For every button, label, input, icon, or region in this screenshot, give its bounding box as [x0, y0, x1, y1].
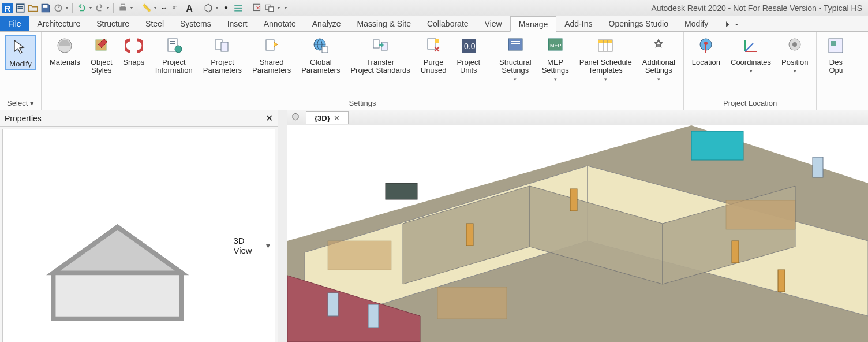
- location-button[interactable]: Location: [689, 34, 724, 68]
- tab-file[interactable]: File: [0, 16, 29, 31]
- svg-text:MEP: MEP: [550, 43, 562, 49]
- design-options-icon: [825, 35, 846, 56]
- svg-rect-42: [598, 40, 612, 43]
- 3d-canvas[interactable]: [287, 125, 868, 342]
- dimension-icon[interactable]: ⁰¹: [171, 3, 182, 13]
- svg-point-6: [55, 5, 61, 11]
- save-icon[interactable]: [40, 3, 51, 13]
- view-tab-3d[interactable]: {3D} ✕: [306, 111, 349, 124]
- tab-insert[interactable]: Insert: [219, 16, 256, 31]
- transfer-project-standards-icon: [370, 35, 391, 56]
- object-styles-button[interactable]: Object Styles: [87, 34, 116, 76]
- project-information-icon: [163, 35, 184, 56]
- tab-analyze[interactable]: Analyze: [304, 16, 349, 31]
- panel-schedule-templates-button[interactable]: Panel Schedule Templates: [576, 34, 635, 83]
- select-panel-label[interactable]: Select ▾: [0, 98, 41, 110]
- svg-rect-27: [266, 40, 274, 50]
- purge-unused-icon: [423, 35, 444, 56]
- project-units-button[interactable]: 0.0Project Units: [454, 34, 484, 76]
- align-icon[interactable]: ↔: [159, 3, 169, 13]
- close-hidden-icon[interactable]: ✕: [252, 3, 263, 13]
- purge-unused-button[interactable]: Purge Unused: [417, 34, 450, 76]
- ribbon: Modify Select ▾ MaterialsObject StylesSn…: [0, 32, 868, 110]
- location-icon: [695, 35, 716, 56]
- tab-massing-site[interactable]: Massing & Site: [349, 16, 419, 31]
- coordinates-button[interactable]: Coordinates: [727, 34, 775, 75]
- separator: [248, 3, 248, 13]
- project-parameters-button[interactable]: Project Parameters: [200, 34, 245, 76]
- revit-logo-icon[interactable]: R: [2, 3, 13, 13]
- separator: [137, 3, 137, 13]
- close-icon[interactable]: ✕: [265, 113, 273, 124]
- tab-modify[interactable]: Modify: [676, 16, 716, 31]
- svg-rect-74: [437, 287, 507, 319]
- materials-button[interactable]: Materials: [46, 34, 84, 68]
- position-button[interactable]: Position: [778, 34, 811, 75]
- section-icon[interactable]: ✦: [220, 3, 231, 13]
- open-icon[interactable]: [28, 3, 38, 13]
- viewport: {3D} ✕: [287, 110, 868, 342]
- svg-rect-65: [691, 131, 743, 160]
- svg-rect-54: [831, 41, 836, 46]
- svg-rect-17: [269, 6, 274, 11]
- project-parameters-icon: [212, 35, 233, 56]
- svg-rect-70: [328, 293, 338, 316]
- undo-icon[interactable]: [77, 3, 87, 13]
- snaps-button[interactable]: Snaps: [119, 34, 148, 68]
- redo-icon[interactable]: [94, 3, 104, 13]
- tab-collaborate[interactable]: Collaborate: [419, 16, 477, 31]
- tab-steel[interactable]: Steel: [137, 16, 172, 31]
- separator: [72, 3, 73, 13]
- tab-openings-studio[interactable]: Openings Studio: [601, 16, 677, 31]
- home-3d-icon[interactable]: [287, 112, 304, 123]
- svg-rect-72: [813, 157, 823, 177]
- mep-settings-icon: MEP: [545, 35, 566, 56]
- text-icon[interactable]: A: [184, 3, 194, 13]
- global-parameters-button[interactable]: Global Parameters: [298, 34, 343, 76]
- tab-manage[interactable]: Manage: [510, 16, 557, 32]
- mep-settings-button[interactable]: MEPMEP Settings: [538, 34, 573, 83]
- recent-icon[interactable]: [15, 3, 25, 13]
- svg-text:A: A: [186, 3, 192, 13]
- type-selector[interactable]: 3D View ▾: [2, 129, 275, 342]
- properties-title: Properties: [5, 114, 42, 123]
- svg-rect-38: [511, 43, 520, 44]
- transfer-project-standards-button[interactable]: Transfer Project Standards: [347, 34, 413, 76]
- switch-windows-icon[interactable]: [265, 3, 275, 13]
- view-tabs: {3D} ✕: [287, 110, 868, 125]
- properties-panel: Properties ✕ 3D View ▾ 3D View: {3D} Edi…: [0, 110, 287, 342]
- global-parameters-icon: [310, 35, 331, 56]
- materials-icon: [54, 35, 75, 56]
- sync-icon[interactable]: [53, 3, 63, 13]
- measure-icon[interactable]: 📏: [141, 3, 152, 13]
- shared-parameters-button[interactable]: Shared Parameters: [249, 34, 294, 76]
- modify-button[interactable]: Modify: [5, 35, 35, 70]
- svg-rect-3: [18, 6, 23, 7]
- svg-rect-22: [170, 41, 175, 42]
- svg-rect-66: [466, 224, 473, 246]
- dropdown-icon[interactable]: ▾: [266, 241, 270, 250]
- thin-lines-icon[interactable]: [233, 3, 244, 13]
- tab-architecture[interactable]: Architecture: [29, 16, 89, 31]
- tab-structure[interactable]: Structure: [88, 16, 137, 31]
- tab-view[interactable]: View: [477, 16, 510, 31]
- close-view-icon[interactable]: ✕: [334, 114, 340, 122]
- svg-rect-26: [221, 42, 228, 51]
- svg-rect-67: [570, 189, 577, 211]
- tab-systems[interactable]: Systems: [172, 16, 219, 31]
- scrollbar[interactable]: [278, 110, 287, 342]
- design-options-button[interactable]: Des Opti: [821, 34, 850, 76]
- print-icon[interactable]: [118, 3, 128, 13]
- project-information-button[interactable]: Project Information: [152, 34, 196, 76]
- additional-settings-button[interactable]: Additional Settings: [639, 34, 679, 83]
- svg-point-24: [175, 46, 182, 53]
- svg-text:✕: ✕: [256, 5, 260, 11]
- 3d-view-icon[interactable]: [203, 3, 214, 13]
- svg-rect-5: [43, 5, 48, 8]
- ribbon-tabs: File Architecture Structure Steel System…: [0, 16, 868, 32]
- structural-settings-button[interactable]: Structural Settings: [496, 34, 535, 83]
- tab-add-ins[interactable]: Add-Ins: [556, 16, 600, 31]
- tab-extras[interactable]: ⏵ ▾: [716, 16, 747, 31]
- tab-annotate[interactable]: Annotate: [256, 16, 304, 31]
- svg-rect-30: [373, 40, 379, 48]
